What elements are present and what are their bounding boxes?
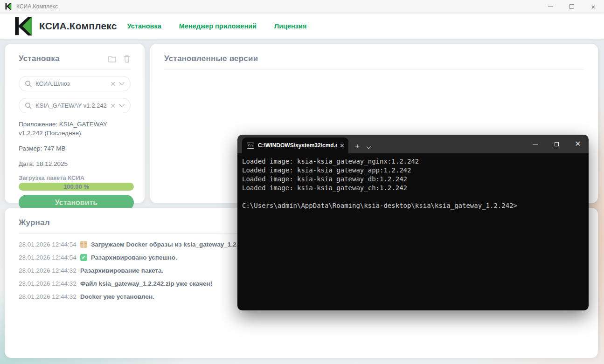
- main-nav: Установка Менеджер приложений Лицензия: [127, 22, 307, 30]
- terminal-titlebar[interactable]: C:\ C:\WINDOWS\system32\cmd.e ✕ + ✕: [237, 135, 589, 153]
- terminal-line: Loaded image: ksia-ksia_gateway_app:1.2.…: [242, 166, 589, 175]
- tab-close-icon[interactable]: ✕: [340, 142, 345, 149]
- journal-message: Docker уже установлен.: [80, 293, 154, 300]
- journal-message: Файл ksia_gateway_1.2.242.zip уже скачен…: [80, 280, 212, 287]
- window-minimize-button[interactable]: [540, 0, 561, 13]
- install-panel: Установка КСИА.Шлюз ✕: [5, 44, 145, 203]
- terminal-close-button[interactable]: ✕: [567, 135, 589, 153]
- journal-message: Разархивирование пакета.: [80, 267, 163, 274]
- package-icon: [80, 241, 87, 248]
- terminal-line: Loaded image: ksia-ksia_gateway_nginx:1.…: [242, 157, 589, 166]
- journal-message: Загружаем Docker образы из ksia_gateway_…: [91, 241, 249, 248]
- journal-timestamp: 28.01.2026 12:44:54: [19, 254, 76, 261]
- check-icon: ✓: [80, 254, 87, 261]
- chevron-down-icon[interactable]: [119, 102, 124, 107]
- window-title: КСИА.Комплекс: [16, 3, 58, 10]
- app-window: КСИА.Комплекс × КСИА.Комплекс Установка …: [0, 0, 604, 364]
- terminal-tab[interactable]: C:\ C:\WINDOWS\system32\cmd.e ✕: [242, 137, 348, 153]
- cmd-icon: C:\: [247, 143, 254, 149]
- install-panel-title: Установка: [19, 54, 60, 63]
- search-icon: [25, 102, 32, 109]
- terminal-line: [242, 192, 589, 201]
- nav-license[interactable]: Лицензия: [274, 22, 306, 30]
- download-progress-bar: 100.00 %: [19, 183, 134, 191]
- search-icon: [25, 80, 32, 87]
- window-maximize-button[interactable]: [561, 0, 583, 13]
- clear-icon[interactable]: ✕: [110, 81, 116, 87]
- terminal-line: C:\Users\admin\AppData\Roaming\ksia-desk…: [242, 201, 589, 210]
- app-header: КСИА.Комплекс Установка Менеджер приложе…: [0, 14, 604, 39]
- terminal-minimize-button[interactable]: [524, 135, 546, 153]
- date-info: Дата: 18.12.2025: [5, 159, 145, 168]
- progress-label: Загрузка пакета КСИА: [5, 174, 145, 181]
- application-select-value: КСИА.Шлюз: [35, 80, 110, 87]
- journal-timestamp: 28.01.2026 12:44:32: [19, 267, 76, 274]
- application-info: Приложение: KSIA_GATEWAY v1.2.242 (После…: [5, 120, 145, 137]
- app-icon: [5, 3, 12, 10]
- folder-icon[interactable]: [108, 55, 117, 62]
- version-select-value: KSIA_GATEWAY v1.2.242: [35, 102, 110, 109]
- brand-title: КСИА.Комплекс: [39, 21, 117, 32]
- nav-app-manager[interactable]: Менеджер приложений: [179, 22, 257, 30]
- os-titlebar[interactable]: КСИА.Комплекс ×: [0, 0, 604, 13]
- application-select[interactable]: КСИА.Шлюз ✕: [19, 76, 131, 91]
- journal-timestamp: 28.01.2026 12:44:54: [19, 241, 76, 248]
- progress-percent: 100.00 %: [19, 183, 134, 191]
- terminal-window: C:\ C:\WINDOWS\system32\cmd.e ✕ + ✕ Load…: [237, 135, 589, 310]
- terminal-line: Loaded image: ksia-ksia_gateway_db:1.2.2…: [242, 175, 589, 184]
- clear-icon[interactable]: ✕: [110, 103, 116, 109]
- terminal-output[interactable]: Loaded image: ksia-ksia_gateway_nginx:1.…: [237, 153, 589, 310]
- chevron-down-icon[interactable]: [119, 80, 124, 85]
- terminal-line: Loaded image: ksia-ksia_gateway_ch:1.2.2…: [242, 184, 589, 192]
- window-close-button[interactable]: ×: [583, 0, 604, 13]
- terminal-tab-title: C:\WINDOWS\system32\cmd.e: [258, 142, 337, 149]
- trash-icon[interactable]: [123, 55, 131, 63]
- journal-timestamp: 28.01.2026 12:44:32: [19, 280, 76, 287]
- journal-title: Журнал: [19, 218, 50, 227]
- version-select[interactable]: KSIA_GATEWAY v1.2.242 ✕: [19, 98, 131, 113]
- brand-logo-icon: [13, 16, 33, 36]
- tab-dropdown-icon[interactable]: [366, 144, 371, 149]
- journal-timestamp: 28.01.2026 12:44:32: [19, 293, 76, 300]
- journal-message: Разархивировано успешно.: [91, 254, 177, 261]
- terminal-maximize-button[interactable]: [546, 135, 567, 153]
- nav-install[interactable]: Установка: [127, 22, 161, 30]
- new-tab-button[interactable]: +: [355, 142, 360, 150]
- installed-versions-title: Установленные версии: [164, 54, 258, 63]
- size-info: Размер: 747 MB: [5, 144, 145, 153]
